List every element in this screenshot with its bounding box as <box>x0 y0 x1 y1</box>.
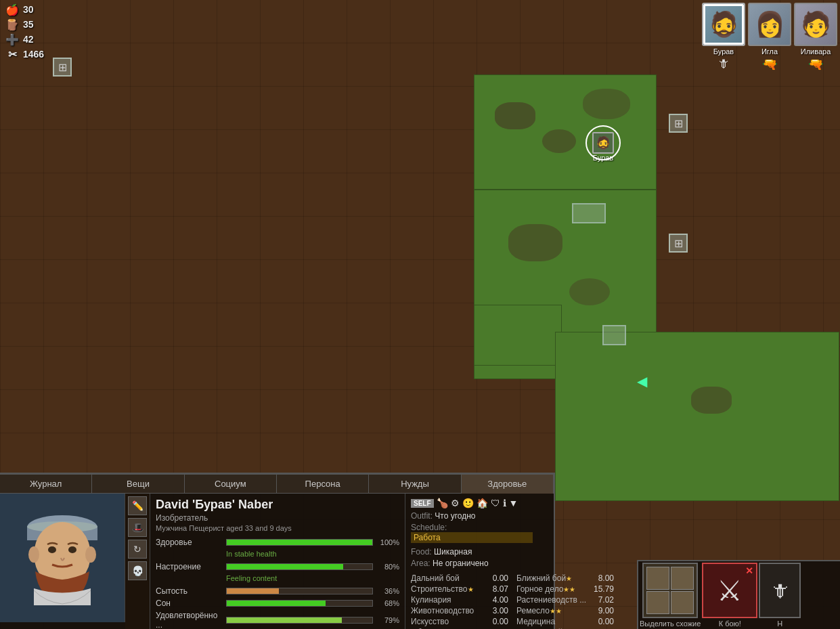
tab-needs[interactable]: Нужды <box>369 475 461 494</box>
skill-melee-val: 8.00 <box>590 573 614 583</box>
schedule-value: Работа <box>411 532 533 543</box>
stat-satisfaction: Удовлетворённо ... 79% <box>156 611 399 629</box>
skill-melee: Ближний бой★ 8.00 <box>516 573 614 583</box>
btn-combat-label: К бою! <box>719 620 741 628</box>
tab-social[interactable]: Социум <box>185 475 277 494</box>
wood-icon: 🪵 <box>5 18 19 31</box>
map-character-burav[interactable]: 🧔 Бурав <box>592 132 614 162</box>
self-badge: SELF <box>411 499 434 508</box>
icon-refresh[interactable]: ↻ <box>128 540 147 559</box>
tab-health[interactable]: Здоровье <box>462 475 554 494</box>
structure-2 <box>602 325 626 345</box>
skill-cooking-name: Кулинария <box>411 595 482 605</box>
door-widget-1[interactable]: ⊞ <box>669 114 688 133</box>
skill-plants-val: 7.02 <box>590 595 614 605</box>
rocky-spot <box>569 278 610 305</box>
rocky-spot <box>583 89 630 119</box>
btn-select-similar-label: Выделить схожие <box>640 620 701 628</box>
char-title: Изобретатель <box>156 513 399 523</box>
area-value: Не ограничено <box>433 559 489 568</box>
stat-health: Здоровье 100% <box>156 538 399 547</box>
skill-mining-name: Горное дело★★ <box>516 584 588 594</box>
skill-construction-name: Строительство★ <box>411 584 482 594</box>
resource-medicine: ➕ 42 <box>5 32 44 46</box>
skill-crafting-val: 9.00 <box>590 606 614 615</box>
skill-construction-val: 8.07 <box>485 584 508 594</box>
stat-health-sub: In stable health <box>226 550 399 558</box>
icon-food-status[interactable]: 🍗 <box>437 498 448 508</box>
stat-health-label: Здоровье <box>156 538 223 547</box>
icon-expand-status[interactable]: ▼ <box>509 498 518 508</box>
char-avatar <box>0 494 125 622</box>
selected-ring-burav <box>703 4 744 45</box>
stat-satiety: Сытость 36% <box>156 586 399 596</box>
icon-shield-status[interactable]: 🛡 <box>491 498 500 508</box>
stat-satisfaction-value: 79% <box>376 616 399 624</box>
btn-combat-close[interactable]: ✕ <box>745 565 753 576</box>
stat-satisfaction-bar <box>226 617 373 624</box>
char-header: ✏️ 🎩 ↻ 💀 David 'Бурав' Naber Изобретател… <box>0 494 554 629</box>
colonist-burav[interactable]: 🧔 Бурав 🗡 <box>702 3 745 72</box>
grass-area-bottom: ◀ <box>555 332 839 501</box>
char-info-right: David 'Бурав' Naber Изобретатель Мужчина… <box>150 494 405 629</box>
icon-pencil[interactable]: ✏️ <box>128 496 147 515</box>
grass-area-corner <box>474 305 562 366</box>
svg-point-5 <box>28 546 39 563</box>
icon-skull[interactable]: 💀 <box>128 561 147 580</box>
top-hud: 🍎 30 🪵 35 ➕ 42 ✂ 1466 <box>0 0 49 64</box>
status-icons: 🍗 ⚙ 🙂 🏠 🛡 ℹ ▼ <box>437 498 518 508</box>
tab-persona[interactable]: Персона <box>277 475 369 494</box>
mini-tile-1 <box>646 567 669 590</box>
btn-hold[interactable]: 🗡 H <box>759 563 801 628</box>
skill-animals: Животноводство 3.00 <box>411 606 508 615</box>
stat-mood-fill <box>227 564 343 569</box>
rocky-spot <box>495 102 535 129</box>
rocky-spot <box>508 224 562 261</box>
map-arrow: ◀ <box>637 373 647 389</box>
char-desc: Мужчина Пещерист aged 33 and 9 days <box>156 524 399 532</box>
colonist-igla-name: Игла <box>761 47 778 56</box>
skill-cooking-val: 4.00 <box>485 595 508 605</box>
icon-info-status[interactable]: ℹ <box>503 498 506 508</box>
icon-home-status[interactable]: 🏠 <box>477 498 488 508</box>
icon-happy-status[interactable]: 🙂 <box>462 498 474 508</box>
btn-select-similar[interactable]: Выделить схожие <box>640 563 701 628</box>
door-widget-top-left[interactable]: ⊞ <box>53 58 72 77</box>
colonist-bar: 🧔 Бурав 🗡 👩 Игла 🔫 🧑 Иливара 🔫 <box>699 0 840 74</box>
tab-journal[interactable]: Журнал <box>0 475 92 494</box>
resource-wood: 🪵 35 <box>5 18 44 31</box>
mini-tile-3 <box>646 591 669 614</box>
svg-point-7 <box>48 546 56 553</box>
stat-sleep: Сон 68% <box>156 599 399 608</box>
skill-art-val: 0.00 <box>485 617 508 626</box>
mini-tile-4 <box>671 591 694 614</box>
stat-satiety-label: Сытость <box>156 586 223 596</box>
schedule-row: Schedule: Работа <box>411 523 548 543</box>
btn-hold-label: H <box>777 620 782 628</box>
char-name: David 'Бурав' Naber <box>156 498 399 512</box>
structure-1 <box>572 203 606 223</box>
colonist-ilivara[interactable]: 🧑 Иливара 🔫 <box>794 3 837 72</box>
stat-satiety-value: 36% <box>376 587 399 595</box>
food-value: 30 <box>23 4 34 15</box>
door-widget-2[interactable]: ⊞ <box>669 234 688 253</box>
stat-sleep-fill <box>227 601 326 606</box>
food-quality-value: Шикарная <box>434 547 472 557</box>
skill-art-name: Искусство <box>411 617 482 626</box>
skill-crafting-name: Ремесло★★ <box>516 606 588 615</box>
stat-sleep-bar <box>226 600 373 607</box>
skill-melee-name: Ближний бой★ <box>516 573 588 583</box>
colonist-igla-weapon: 🔫 <box>762 57 777 72</box>
skill-ranged: Дальний бой 0.00 <box>411 573 508 583</box>
colonist-igla[interactable]: 👩 Игла 🔫 <box>748 3 791 72</box>
skill-ranged-val: 0.00 <box>485 573 508 583</box>
icon-work-status[interactable]: ⚙ <box>451 498 460 508</box>
icon-hat[interactable]: 🎩 <box>128 518 147 537</box>
tab-items[interactable]: Вещи <box>92 475 184 494</box>
skill-animals-val: 3.00 <box>485 606 508 615</box>
btn-combat[interactable]: ⚔ ✕ К бою! <box>702 563 757 628</box>
stat-health-value: 100% <box>376 538 399 546</box>
colonist-ilivara-weapon: 🔫 <box>808 57 823 72</box>
colonist-ilivara-name: Иливара <box>801 47 831 56</box>
skills-grid: Дальний бой 0.00 Ближний бой★ 8.00 Строи… <box>411 573 548 629</box>
